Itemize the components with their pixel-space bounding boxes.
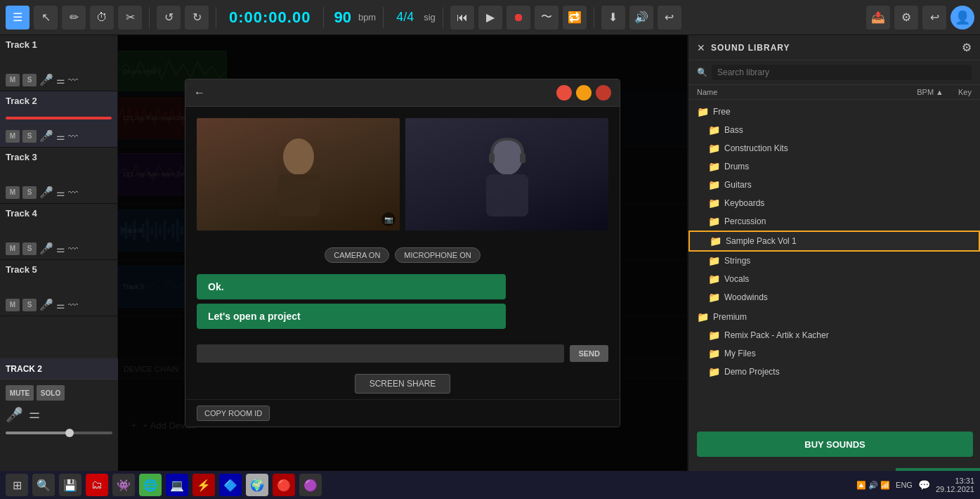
track-5-eq-icon[interactable]: ⚌ [56, 299, 65, 311]
back-button[interactable]: ↩ [658, 6, 681, 30]
taskbar-icon-7[interactable]: 🟣 [299, 474, 322, 496]
track-4-eq-icon[interactable]: ⚌ [56, 243, 65, 254]
lib-item-demo-projects[interactable]: 📁 Demo Projects [688, 363, 980, 381]
notification-icon[interactable]: 💬 [918, 479, 930, 491]
taskbar-icon-4[interactable]: 🌐 [139, 474, 162, 496]
taskbar-vscode-icon[interactable]: 💻 [166, 474, 188, 496]
lib-filter-icon[interactable]: ⚙ [962, 41, 972, 54]
lib-search-input[interactable] [712, 65, 972, 80]
track-2-mute-btn[interactable]: M [6, 130, 20, 143]
settings-button[interactable]: ⚙ [894, 6, 918, 30]
track-3-solo-btn[interactable]: S [22, 186, 37, 199]
track-5-mute-btn[interactable]: M [6, 299, 20, 311]
record-button[interactable]: ⏺ [507, 6, 530, 30]
lib-item-strings[interactable]: 📁 Strings [688, 252, 980, 270]
select-tool-button[interactable]: ↖ [34, 6, 58, 30]
lib-item-bass[interactable]: 📁 Bass [688, 121, 980, 139]
mute-button[interactable]: MUTE [6, 385, 34, 401]
lib-item-construction-kits[interactable]: 📁 Construction Kits [688, 139, 980, 157]
taskbar-icon-5[interactable]: ⚡ [192, 474, 215, 496]
buy-sounds-button[interactable]: BUY SOUNDS [697, 432, 973, 457]
video-thumb-person2 [405, 118, 608, 231]
lib-item-vocals[interactable]: 📁 Vocals [688, 270, 980, 288]
lib-item-guitars[interactable]: 📁 Guitars [688, 176, 980, 194]
taskbar-windows-button[interactable]: ⊞ [6, 474, 28, 496]
clock-tool-button[interactable]: ⏱ [90, 6, 114, 30]
modal-fullscreen-button[interactable] [596, 85, 611, 101]
loop-button[interactable]: 〜 [535, 6, 558, 30]
taskbar-chrome-icon[interactable]: 🌍 [246, 474, 268, 496]
track-5-mic-icon[interactable]: 🎤 [39, 298, 53, 311]
lib-close-button[interactable]: ✕ [697, 42, 705, 53]
track-2-mic-icon[interactable]: 🎤 [39, 129, 53, 143]
menu-button[interactable]: ☰ [6, 6, 30, 30]
volume-slider-thumb[interactable] [65, 429, 74, 437]
track-4-mic-icon[interactable]: 🎤 [39, 242, 53, 255]
taskbar-icon-3[interactable]: 👾 [112, 474, 135, 496]
play-button[interactable]: ▶ [478, 6, 502, 30]
free-section-header[interactable]: 📁 Free [688, 103, 980, 121]
person2-silhouette [472, 132, 542, 216]
volume-slider[interactable] [6, 432, 112, 434]
share-button[interactable]: 📤 [866, 6, 890, 30]
taskbar-search-button[interactable]: 🔍 [32, 474, 55, 496]
cut-tool-button[interactable]: ✂ [118, 6, 142, 30]
microphone-on-button[interactable]: MICROPHONE ON [395, 247, 480, 263]
lib-item-remix-pack[interactable]: 📁 Remix Pack - Artik x Kacher [688, 326, 980, 344]
repeat-button[interactable]: 🔁 [563, 6, 587, 30]
track-5-header: Track 5 M S 🎤 ⚌ 〰 [0, 260, 117, 316]
modal-minimize-button[interactable] [576, 85, 592, 101]
lib-item-keyboards[interactable]: 📁 Keyboards [688, 194, 980, 212]
bottom-controls: MUTE SOLO 🎤 ⚌ [0, 380, 118, 471]
bottom-mic-icon[interactable]: 🎤 [6, 406, 23, 423]
track-2-eq-icon[interactable]: ⚌ [56, 131, 65, 142]
taskbar-opera-icon[interactable]: 🔴 [273, 474, 295, 496]
download-button[interactable]: ⬇ [601, 6, 625, 30]
lib-item-woodwinds[interactable]: 📁 Woodwinds [688, 288, 980, 306]
solo-button[interactable]: SOLO [37, 385, 65, 401]
track-4-solo-btn[interactable]: S [22, 242, 37, 255]
camera-on-button[interactable]: CAMERA ON [325, 247, 389, 263]
undo2-button[interactable]: ↩ [922, 6, 946, 30]
modal-back-button[interactable]: ← [194, 86, 205, 99]
svg-point-25 [283, 138, 314, 175]
volume-button[interactable]: 🔊 [629, 6, 653, 30]
strings-folder-icon: 📁 [708, 255, 720, 266]
track-2-solo-btn[interactable]: S [22, 130, 37, 143]
taskbar-file-button[interactable]: 💾 [59, 474, 81, 496]
track-4-controls: M S 🎤 ⚌ 〰 [6, 242, 112, 255]
bottom-eq-icon[interactable]: ⚌ [29, 406, 40, 423]
track-1-solo-btn[interactable]: S [22, 74, 37, 86]
taskbar-icon-6[interactable]: 🔷 [219, 474, 242, 496]
taskbar-right: 🔼 🔊 📶 ENG 💬 13:31 29.12.2021 [687, 471, 980, 499]
lib-item-percussion[interactable]: 📁 Percussion [688, 212, 980, 231]
col-bpm-header: BPM ▲ [901, 88, 943, 96]
lib-item-my-files[interactable]: 📁 My Files [688, 344, 980, 363]
modal-traffic-lights [556, 85, 611, 101]
taskbar-filezilla-icon[interactable]: 🗂 [86, 474, 108, 496]
screen-share-button[interactable]: SCREEN SHARE [355, 374, 451, 394]
copy-room-id-button[interactable]: COPY ROOM ID [197, 406, 270, 421]
track-1-mic-icon[interactable]: 🎤 [39, 73, 53, 86]
modal-close-button[interactable] [556, 85, 572, 101]
track-1-header: Track 1 M S 🎤 ⚌ 〰 [0, 35, 117, 91]
pencil-tool-button[interactable]: ✏ [62, 6, 86, 30]
track-1-eq-icon[interactable]: ⚌ [56, 74, 65, 86]
chat-input[interactable] [197, 344, 564, 363]
skip-back-button[interactable]: ⏮ [450, 6, 474, 30]
track-1-mute-btn[interactable]: M [6, 74, 20, 86]
premium-section-header[interactable]: 📁 Premium [688, 308, 980, 326]
chat-bubble-msg: Let's open a project [197, 304, 506, 329]
lib-item-drums[interactable]: 📁 Drums [688, 157, 980, 176]
track-3-mute-btn[interactable]: M [6, 186, 20, 199]
send-button[interactable]: SEND [570, 345, 608, 362]
track-4-mute-btn[interactable]: M [6, 242, 20, 255]
person1-cam-indicator: 📷 [381, 212, 396, 226]
track-3-eq-icon[interactable]: ⚌ [56, 187, 65, 198]
track-5-solo-btn[interactable]: S [22, 299, 37, 311]
undo-button[interactable]: ↺ [157, 6, 181, 30]
track-3-mic-icon[interactable]: 🎤 [39, 186, 53, 199]
lib-item-sample-pack-vol1[interactable]: 📁 Sample Pack Vol 1 [688, 231, 980, 252]
redo-button[interactable]: ↻ [185, 6, 209, 30]
avatar[interactable]: 👤 [950, 6, 974, 30]
